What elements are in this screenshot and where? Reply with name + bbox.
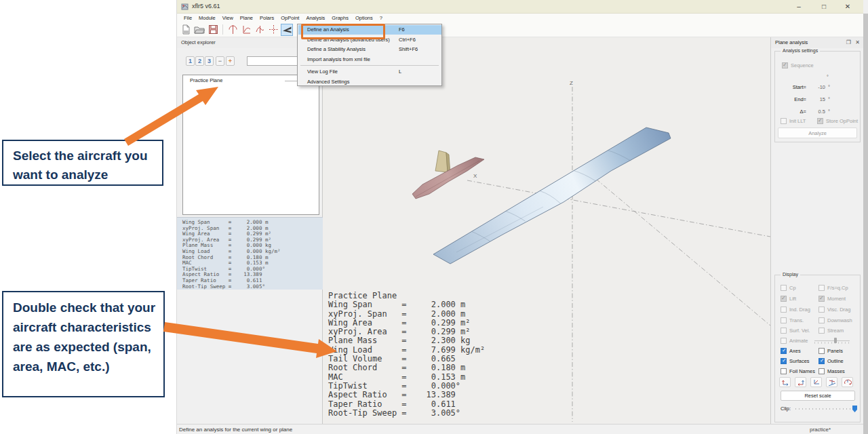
close-button[interactable]: ✕ [837, 0, 858, 14]
menu-item-import-analysis-xml[interactable]: Import analysis from xml file [298, 55, 441, 64]
panels-checkbox[interactable]: Panels [818, 348, 843, 354]
collapse-button[interactable]: − [216, 56, 224, 66]
masses-checkbox[interactable]: Masses [818, 368, 845, 374]
save-icon[interactable] [207, 24, 219, 36]
outline-checkbox-box [818, 358, 825, 364]
menu-item-label: Import analysis from xml file [307, 56, 370, 62]
view-yz-button[interactable] [795, 377, 806, 387]
wing-plane-analysis-icon[interactable] [281, 24, 293, 36]
downwash-checkbox[interactable]: Downwash [818, 317, 852, 323]
vertical-fin [435, 151, 450, 174]
view-xz-button[interactable] [779, 377, 791, 387]
menu-analysis[interactable]: Analysis [302, 15, 328, 21]
view-xy-button[interactable] [810, 377, 822, 387]
outline-label: Outline [827, 358, 844, 364]
foil-analysis-icon[interactable] [254, 24, 266, 36]
tree-level-1-button[interactable]: 1 [186, 56, 195, 66]
foil-names-label: Foil Names [789, 368, 815, 374]
xflr5-window: xflr5 v6.61 – □ ✕ File Module View Plane… [176, 0, 868, 434]
plane-characteristics-text: Practice Plane Wing Span = 2.000 m xyPro… [328, 292, 485, 418]
maximize-button[interactable]: □ [814, 0, 834, 14]
lift-checkbox-box [781, 296, 787, 302]
delta-degree: ° [828, 108, 830, 115]
end-label: End= [775, 96, 806, 102]
panels-checkbox-box [818, 348, 825, 354]
stream-checkbox[interactable]: Stream [818, 328, 844, 334]
start-row: Start= -10 ° [775, 84, 860, 92]
main-wing [433, 127, 671, 264]
lift-checkbox[interactable]: Lift [781, 296, 796, 302]
visc-drag-checkbox[interactable]: Visc. Drag [818, 307, 850, 313]
cp-checkbox[interactable]: Cp [781, 285, 796, 291]
axes [467, 87, 770, 422]
menu-module[interactable]: Module [195, 15, 219, 21]
menu-item-advanced-settings[interactable]: Advanced Settings [298, 77, 441, 87]
minimize-button[interactable]: – [789, 0, 809, 14]
fs-checkbox[interactable]: F/s=q.Cp [818, 285, 848, 291]
view-3d-button[interactable] [826, 377, 837, 387]
menu-oppoint[interactable]: OpPoint [277, 15, 302, 21]
inverse-design-icon[interactable] [240, 24, 252, 36]
reset-scale-button[interactable]: Reset scale [781, 391, 855, 401]
panels-label: Panels [827, 348, 843, 354]
ind-drag-label: Ind. Drag [789, 307, 810, 313]
surfaces-checkbox[interactable]: Surfaces [781, 358, 810, 364]
object-explorer-panel: Object explorer 1 2 3 − + Practice Plane… [177, 37, 323, 424]
outline-checkbox[interactable]: Outline [818, 358, 844, 364]
start-label: Start= [775, 84, 806, 90]
menu-item-define-stability-analysis[interactable]: Define a Stability Analysis Shift+F6 [298, 45, 441, 54]
menu-item-shortcut: L [399, 67, 401, 77]
downwash-label: Downwash [827, 317, 852, 323]
annotation-highlight-rectangle [301, 24, 385, 39]
display-label: Display [781, 272, 800, 277]
trans-checkbox[interactable]: Trans. [781, 317, 804, 323]
statusbar: Define an analysis for the current wing … [177, 424, 863, 434]
delta-row: Δ= 0.5 ° [775, 108, 860, 117]
view-buttons [779, 377, 853, 387]
init-llt-checkbox[interactable]: Init LLT [781, 118, 806, 124]
menu-item-view-log-file[interactable]: View Log File L [298, 67, 441, 77]
plane-design-icon[interactable] [267, 24, 279, 36]
menu-item-shortcut: Ctrl+F6 [399, 35, 416, 45]
open-file-icon[interactable] [193, 24, 205, 36]
surf-vel-checkbox[interactable]: Surf. Vel. [781, 328, 810, 334]
clip-slider[interactable] [795, 408, 856, 410]
animate-checkbox[interactable]: Animate [781, 338, 808, 344]
tree-level-2-button[interactable]: 2 [195, 56, 204, 66]
store-oppoint-checkbox[interactable]: Store OpPoint [817, 118, 858, 124]
tree-item-practice-plane[interactable]: Practice Plane [190, 77, 222, 83]
surfaces-checkbox-box [781, 358, 787, 364]
menu-file[interactable]: File [180, 15, 195, 21]
menu-polars[interactable]: Polars [256, 15, 277, 21]
clip-slider-handle[interactable] [852, 406, 857, 412]
menu-plane[interactable]: Plane [237, 15, 256, 21]
y-axis [596, 179, 770, 326]
delta-value[interactable]: 0.5 [809, 108, 825, 115]
sequence-checkbox[interactable]: Sequence [782, 62, 814, 68]
end-value[interactable]: 15 [809, 96, 825, 102]
expand-button[interactable]: + [226, 56, 235, 66]
foil-names-checkbox[interactable]: Foil Names [781, 368, 815, 374]
ind-drag-checkbox[interactable]: Ind. Drag [781, 307, 810, 313]
menu-options[interactable]: Options [352, 15, 376, 21]
annotation-select-aircraft: Select the aircraft you want to analyze [2, 140, 163, 186]
close-panel-icon[interactable]: ✕ [855, 39, 860, 45]
moment-checkbox[interactable]: Moment [818, 296, 846, 302]
animate-slider-handle[interactable] [834, 338, 837, 343]
analyze-button[interactable]: Analyze [778, 127, 857, 138]
animate-slider[interactable] [814, 338, 850, 343]
animate-checkbox-box [781, 338, 787, 344]
menu-graphs[interactable]: Graphs [328, 15, 352, 21]
tree-level-3-button[interactable]: 3 [205, 56, 214, 66]
view-flip-button[interactable] [842, 377, 853, 387]
float-panel-icon[interactable]: ❐ [846, 39, 851, 45]
foil-design-icon[interactable] [226, 24, 239, 36]
menu-view[interactable]: View [219, 15, 237, 21]
menu-help[interactable]: ? [376, 15, 386, 21]
app-icon [181, 3, 189, 11]
new-file-icon[interactable] [180, 24, 192, 36]
3d-view-canvas[interactable]: Z X [323, 37, 770, 424]
analysis-settings-group: Analysis settings Sequence ° Start= -10 … [774, 51, 861, 142]
axes-checkbox[interactable]: Axes [781, 348, 801, 354]
start-value[interactable]: -10 [809, 84, 825, 90]
